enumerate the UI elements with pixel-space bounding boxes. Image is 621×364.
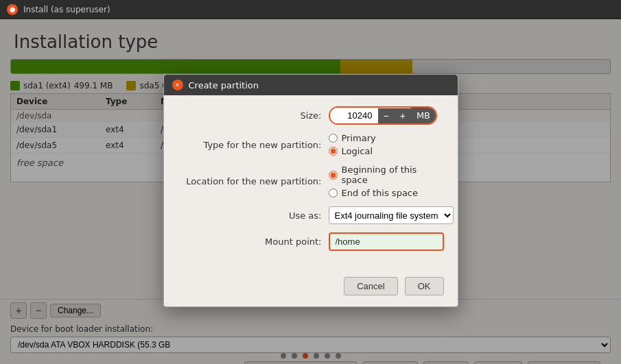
location-row: Location for the new partition: Beginnin… (178, 165, 444, 198)
type-radio-group: Primary Logical (329, 133, 376, 156)
mount-input[interactable] (330, 234, 440, 250)
location-end-label: End of this space (342, 188, 419, 198)
size-label: Size: (178, 110, 329, 121)
modal-body: Size: − + MB Type for the new partition: (164, 95, 458, 270)
modal-titlebar: ✕ Create partition (164, 75, 458, 95)
location-beginning-option[interactable]: Beginning of this space (329, 165, 444, 185)
use-as-select[interactable]: Ext4 journaling file system (329, 206, 454, 224)
titlebar-label: Install (as superuser) (23, 5, 110, 14)
modal-footer: Cancel OK (164, 270, 458, 306)
app-icon: ● (7, 4, 18, 15)
size-decrease-button[interactable]: − (378, 108, 395, 123)
ok-button[interactable]: OK (405, 277, 444, 295)
main-window: Installation type sda1 (ext4) 499.1 MB s… (0, 19, 621, 364)
size-input[interactable] (330, 108, 378, 123)
location-beginning-label: Beginning of this space (342, 165, 444, 185)
size-increase-button[interactable]: + (395, 108, 411, 123)
location-beginning-radio[interactable] (329, 171, 338, 180)
type-logical-option[interactable]: Logical (329, 146, 376, 156)
mount-input-group: ▾ (329, 232, 444, 251)
mount-dropdown-button[interactable]: ▾ (440, 234, 444, 250)
location-label: Location for the new partition: (178, 176, 329, 186)
create-partition-modal: ✕ Create partition Size: − + MB (163, 74, 458, 307)
partition-type-row: Type for the new partition: Primary Logi… (178, 133, 444, 156)
titlebar: ● Install (as superuser) (0, 0, 621, 19)
use-as-row: Use as: Ext4 journaling file system (178, 206, 444, 224)
location-radio-group: Beginning of this space End of this spac… (329, 165, 444, 198)
type-primary-label: Primary (342, 133, 376, 143)
mount-label: Mount point: (178, 236, 329, 247)
modal-close-button[interactable]: ✕ (172, 80, 183, 90)
type-logical-label: Logical (342, 146, 373, 156)
mount-point-row: Mount point: ▾ (178, 232, 444, 251)
type-primary-radio[interactable] (329, 134, 338, 143)
cancel-button[interactable]: Cancel (344, 277, 397, 295)
type-logical-radio[interactable] (329, 147, 338, 156)
modal-overlay: ✕ Create partition Size: − + MB (0, 19, 621, 364)
size-row: Size: − + MB (178, 106, 444, 125)
size-input-group: − + MB (329, 106, 438, 125)
size-unit: MB (411, 108, 436, 123)
type-primary-option[interactable]: Primary (329, 133, 376, 143)
location-end-option[interactable]: End of this space (329, 188, 444, 198)
type-label: Type for the new partition: (178, 140, 329, 150)
use-as-label: Use as: (178, 210, 329, 221)
modal-title: Create partition (189, 80, 259, 90)
location-end-radio[interactable] (329, 189, 338, 197)
